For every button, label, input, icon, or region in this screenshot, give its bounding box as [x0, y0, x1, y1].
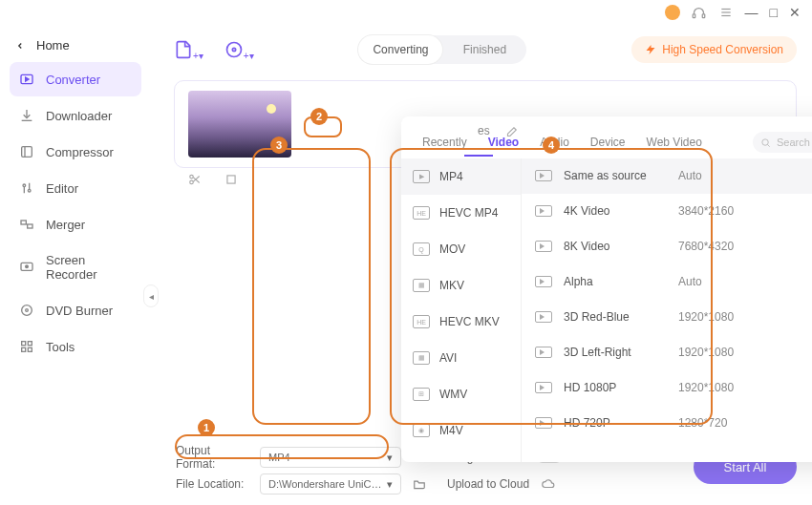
svg-point-16	[26, 265, 29, 268]
svg-marker-25	[647, 45, 655, 54]
headset-icon[interactable]	[692, 5, 707, 20]
nav-label: Compressor	[46, 145, 114, 159]
trim-icon[interactable]	[188, 173, 202, 186]
merger-icon	[19, 217, 34, 232]
window-minimize[interactable]: —	[745, 5, 759, 20]
titlebar: — □ ✕	[0, 0, 812, 25]
back-label: Home	[36, 38, 70, 53]
nav-label: Converter	[46, 73, 100, 87]
tab-web-video[interactable]: Web Video	[643, 134, 706, 151]
nav-list: Converter Downloader Compressor Editor M…	[10, 62, 141, 364]
sidebar-item-tools[interactable]: Tools	[10, 329, 141, 364]
tab-video[interactable]: Video	[484, 134, 523, 151]
dvd-icon	[19, 303, 34, 318]
high-speed-badge[interactable]: High Speed Conversion	[631, 36, 797, 63]
format-item-hevc-mp4[interactable]: HEHEVC MP4	[401, 195, 521, 231]
tab-device[interactable]: Device	[587, 134, 630, 151]
format-icon: HE	[413, 206, 430, 220]
svg-rect-0	[693, 13, 695, 17]
svg-rect-20	[28, 342, 32, 346]
svg-line-28	[193, 178, 199, 183]
svg-rect-30	[227, 176, 235, 183]
format-icon: ▦	[413, 351, 430, 365]
file-location-select[interactable]: D:\Wondershare UniConverter 1▾	[260, 473, 401, 494]
format-icon: ⊞	[413, 388, 430, 401]
chevron-down-icon: ▾	[387, 452, 393, 464]
video-icon	[535, 311, 552, 323]
window-maximize[interactable]: □	[770, 5, 778, 20]
format-item-m4v[interactable]: ◉M4V	[401, 412, 521, 449]
format-list: ▶MP4 HEHEVC MP4 QMOV ▦MKV HEHEVC MKV ▦AV…	[401, 158, 522, 462]
add-file-button[interactable]: +▾	[174, 40, 203, 59]
segmented-control: Converting Finished	[358, 35, 526, 64]
crop-icon[interactable]	[224, 173, 238, 186]
format-icon: ◉	[413, 424, 430, 437]
upload-label: Upload to Cloud	[447, 477, 529, 491]
video-icon	[535, 241, 552, 252]
format-icon: HE	[413, 315, 430, 328]
svg-point-31	[762, 138, 768, 144]
format-item-hevc-mkv[interactable]: HEHEVC MKV	[401, 304, 521, 340]
resolution-item[interactable]: HD 1080P1920*1080	[522, 370, 812, 406]
resolution-item[interactable]: 3D Red-Blue1920*1080	[522, 300, 812, 335]
download-icon	[19, 108, 34, 123]
search-placeholder: Search	[777, 137, 810, 148]
callout-1: 1	[198, 419, 215, 436]
callout-4: 4	[543, 137, 560, 154]
format-item-avi[interactable]: ▦AVI	[401, 340, 521, 376]
resolution-item[interactable]: 8K Video7680*4320	[522, 229, 812, 264]
window-close[interactable]: ✕	[789, 5, 801, 20]
svg-point-18	[26, 309, 29, 312]
sidebar-item-downloader[interactable]: Downloader	[10, 98, 141, 133]
output-format-label: Output Format:	[176, 444, 248, 471]
editor-icon	[19, 180, 34, 196]
svg-line-32	[767, 144, 769, 146]
avatar[interactable]	[665, 5, 680, 20]
svg-line-29	[193, 177, 199, 182]
sidebar-item-dvd-burner[interactable]: DVD Burner	[10, 293, 141, 327]
back-home[interactable]: Home	[10, 34, 141, 62]
output-format-select[interactable]: MP4▾	[260, 447, 401, 468]
recorder-icon	[19, 260, 34, 275]
cloud-icon[interactable]	[541, 477, 556, 491]
menu-icon[interactable]	[718, 5, 734, 20]
segment-converting[interactable]: Converting	[358, 35, 442, 64]
video-icon	[535, 205, 552, 217]
sidebar-item-editor[interactable]: Editor	[10, 171, 141, 205]
svg-point-9	[23, 184, 26, 187]
svg-point-26	[190, 175, 194, 179]
format-icon: Q	[413, 242, 430, 256]
svg-rect-1	[702, 13, 705, 17]
resolution-item[interactable]: 4K Video3840*2160	[522, 194, 812, 229]
svg-point-24	[232, 48, 235, 51]
sidebar-item-merger[interactable]: Merger	[10, 207, 141, 242]
svg-point-23	[226, 43, 241, 57]
file-location-label: File Location:	[176, 477, 248, 491]
segment-finished[interactable]: Finished	[442, 35, 526, 64]
tab-recently[interactable]: Recently	[418, 134, 471, 151]
format-icon: ▶	[413, 170, 430, 183]
resolution-item[interactable]: HD 720P1280*720	[522, 406, 812, 441]
format-item-wmv[interactable]: ⊞WMV	[401, 376, 521, 412]
video-icon	[535, 382, 552, 393]
format-item-mov[interactable]: QMOV	[401, 231, 521, 267]
format-search[interactable]: Search	[753, 132, 812, 153]
converter-icon	[19, 72, 34, 87]
format-popover: es Recently Video Audio Device Web Video…	[401, 116, 812, 462]
resolution-item[interactable]: AlphaAuto	[522, 264, 812, 300]
resolution-list: Same as sourceAuto 4K Video3840*2160 8K …	[522, 158, 812, 462]
sidebar-item-screen-recorder[interactable]: Screen Recorder	[10, 243, 141, 291]
compressor-icon	[19, 144, 34, 159]
resolution-item[interactable]: 3D Left-Right1920*1080	[522, 335, 812, 370]
video-icon	[535, 417, 552, 429]
sidebar-item-converter[interactable]: Converter	[10, 62, 141, 96]
resolution-item[interactable]: Same as sourceAuto	[522, 158, 812, 194]
svg-rect-14	[28, 224, 32, 228]
format-item-mkv[interactable]: ▦MKV	[401, 267, 521, 304]
svg-rect-13	[21, 221, 26, 224]
svg-rect-19	[22, 342, 26, 346]
folder-icon[interactable]	[413, 477, 426, 491]
sidebar-item-compressor[interactable]: Compressor	[10, 135, 141, 169]
add-dvd-button[interactable]: +▾	[224, 40, 254, 59]
format-item-mp4[interactable]: ▶MP4	[401, 158, 521, 195]
